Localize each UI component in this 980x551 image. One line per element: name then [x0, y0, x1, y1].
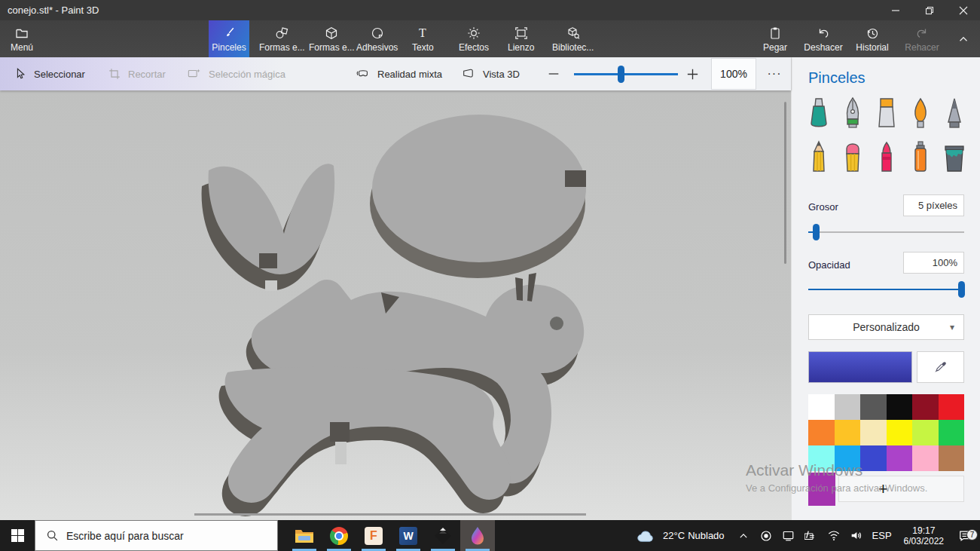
opacity-slider-thumb[interactable] [958, 281, 965, 298]
zoom-slider-thumb[interactable] [618, 66, 624, 83]
palette-swatch[interactable] [912, 420, 939, 445]
windows-taskbar: Escribe aquí para buscar F W 22°C [0, 520, 980, 551]
undo-button[interactable]: Deshacer [800, 20, 847, 57]
canvas-scrollbar[interactable] [784, 102, 786, 264]
tray-chevron-up-icon[interactable] [734, 531, 753, 541]
canvas-3d-view[interactable] [0, 90, 791, 520]
history-button[interactable]: Historial [851, 20, 893, 57]
palette-swatch[interactable] [887, 420, 913, 445]
chevron-down-icon: ▾ [950, 322, 954, 332]
crayon-brush[interactable] [872, 140, 902, 173]
cast-display-icon[interactable] [780, 530, 798, 541]
zoom-in-button[interactable] [685, 57, 700, 90]
restore-button[interactable] [912, 0, 946, 20]
minimize-button[interactable] [878, 0, 912, 20]
tab-texto[interactable]: T Texto [408, 20, 438, 57]
fill-bucket-brush[interactable] [939, 140, 969, 173]
palette-swatch[interactable] [860, 445, 887, 471]
tab-efectos[interactable]: Efectos [454, 20, 493, 57]
taskbar-app-file-explorer[interactable] [287, 520, 322, 551]
palette-swatch-extra[interactable] [808, 473, 835, 506]
select-tool[interactable]: Seleccionar [14, 57, 85, 90]
add-color-button[interactable]: + [838, 476, 964, 502]
undo-icon [816, 26, 831, 41]
palette-swatch[interactable] [912, 445, 939, 471]
main-toolbar: Menú Pinceles Formas e... Formas e... Ad… [0, 20, 980, 57]
opacity-slider-track[interactable] [808, 289, 964, 290]
weather-temp[interactable]: 22°C [663, 530, 685, 541]
zoom-slider-track[interactable] [574, 73, 678, 75]
palette-swatch[interactable] [835, 394, 861, 420]
palette-swatch[interactable] [939, 394, 965, 420]
color-mode-dropdown[interactable]: Personalizado ▾ [808, 314, 964, 340]
eyedropper-button[interactable] [917, 351, 964, 383]
palette-swatch[interactable] [808, 420, 835, 445]
marker-brush[interactable] [804, 96, 834, 130]
svg-text:T: T [419, 26, 426, 39]
current-color-swatch[interactable] [808, 351, 912, 383]
palette-swatch[interactable] [939, 445, 965, 471]
tab-formas-2d[interactable]: Formas e... [255, 20, 310, 57]
palette-swatch[interactable] [887, 445, 913, 471]
palette-swatch[interactable] [912, 394, 939, 420]
mixed-reality-button[interactable]: Realidad mixta [356, 57, 442, 90]
close-button[interactable] [946, 0, 980, 20]
menu-folder-icon [14, 26, 29, 41]
palette-swatch[interactable] [939, 420, 965, 445]
pixel-pen-brush[interactable] [939, 96, 969, 130]
weather-icon[interactable] [633, 528, 658, 543]
eraser-brush[interactable] [838, 140, 868, 173]
record-icon[interactable] [757, 530, 775, 542]
magic-select-tool[interactable]: Selección mágica [187, 57, 285, 90]
palette-swatch[interactable] [887, 394, 913, 420]
touch-keyboard-icon[interactable] [802, 530, 820, 541]
language-indicator[interactable]: ESP [872, 530, 892, 541]
taskbar-app-paint-3d[interactable] [460, 520, 495, 551]
collapse-ribbon-button[interactable] [951, 20, 976, 57]
canvas-icon [514, 26, 529, 41]
oil-brush[interactable] [872, 96, 902, 130]
zoom-level[interactable]: 100% [711, 58, 756, 90]
tab-biblioteca[interactable]: Bibliotec... [548, 20, 598, 57]
taskbar-clock[interactable]: 19:17 6/03/2022 [904, 525, 944, 546]
plus-icon: + [878, 479, 888, 499]
watercolor-brush[interactable] [905, 96, 936, 130]
thickness-slider-track[interactable] [808, 231, 964, 233]
volume-icon[interactable] [847, 530, 866, 541]
calligraphy-pen-brush[interactable] [838, 96, 868, 130]
redo-button[interactable]: Rehacer [901, 20, 943, 57]
opacity-value[interactable]: 100% [903, 252, 964, 274]
palette-swatch[interactable] [808, 394, 835, 420]
taskbar-app-chrome[interactable] [322, 520, 356, 551]
palette-swatch[interactable] [835, 445, 861, 471]
thickness-slider-thumb[interactable] [813, 224, 820, 240]
taskbar-app-fusion-360[interactable]: F [356, 520, 391, 551]
more-options-button[interactable]: ··· [758, 57, 791, 90]
palette-swatch[interactable] [808, 445, 835, 471]
view-3d-icon [461, 67, 476, 81]
taskbar-app-inkscape[interactable] [426, 520, 460, 551]
palette-swatch[interactable] [860, 394, 887, 420]
redo-icon [914, 26, 930, 41]
eyedropper-icon [934, 360, 948, 374]
palette-swatch[interactable] [860, 420, 887, 445]
spray-can-brush[interactable] [905, 140, 936, 173]
view-3d-button[interactable]: Vista 3D [461, 57, 520, 90]
tab-adhesivos[interactable]: Adhesivos [352, 20, 402, 57]
start-button[interactable] [0, 520, 35, 551]
tab-lienzo[interactable]: Lienzo [503, 20, 539, 57]
thickness-value[interactable]: 5 píxeles [903, 194, 964, 216]
wifi-icon[interactable] [825, 530, 843, 541]
menu-button[interactable]: Menú [6, 20, 38, 57]
taskbar-app-word[interactable]: W [391, 520, 426, 551]
pencil-brush[interactable] [804, 140, 834, 173]
crop-tool[interactable]: Recortar [108, 57, 166, 90]
zoom-out-button[interactable] [547, 57, 560, 90]
paste-button[interactable]: Pegar [757, 20, 793, 57]
palette-swatch[interactable] [835, 420, 861, 445]
weather-condition[interactable]: Nublado [688, 530, 724, 541]
tab-formas-3d[interactable]: Formas e... [304, 20, 359, 57]
tab-pinceles[interactable]: Pinceles [209, 20, 249, 57]
taskbar-search[interactable]: Escribe aquí para buscar [35, 520, 278, 551]
notification-center-button[interactable]: 7 [950, 530, 980, 542]
